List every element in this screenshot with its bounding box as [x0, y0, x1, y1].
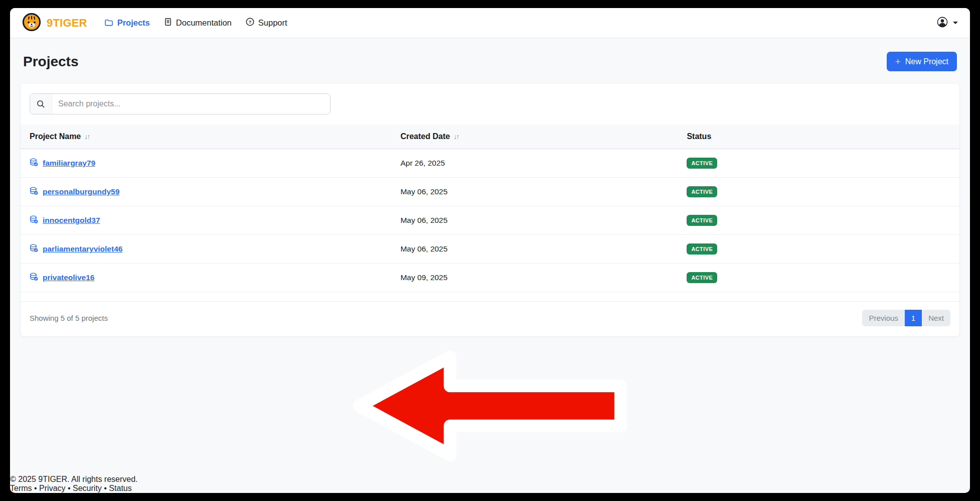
- nav-links: Projects Documentation ?: [104, 18, 287, 28]
- nav-item-projects[interactable]: Projects: [104, 18, 150, 28]
- folder-icon: [104, 18, 113, 28]
- sort-icon[interactable]: ↓↑: [453, 133, 458, 141]
- search-icon: [30, 94, 52, 114]
- search-input[interactable]: [52, 94, 330, 114]
- footer-link-terms[interactable]: Terms: [10, 484, 32, 492]
- nav-item-label: Documentation: [176, 18, 232, 28]
- project-link[interactable]: parliamentaryviolet46: [43, 244, 122, 254]
- table-row: personalburgundy59 May 06, 2025 ACTIVE: [21, 178, 959, 206]
- created-date-cell: May 06, 2025: [391, 178, 678, 206]
- projects-table: Project Name↓↑ Created Date↓↑ Status fam…: [21, 124, 959, 292]
- database-check-icon: [30, 158, 38, 169]
- nav-item-label: Projects: [117, 18, 150, 28]
- project-link[interactable]: innocentgold37: [43, 216, 100, 225]
- card-footer: Showing 5 of 5 projects Previous 1 Next: [21, 301, 959, 328]
- nav-item-support[interactable]: ? Support: [246, 18, 287, 28]
- page-title: Projects: [23, 54, 79, 70]
- created-date-cell: Apr 26, 2025: [391, 149, 678, 178]
- status-badge: ACTIVE: [687, 243, 717, 255]
- annotation-arrow-icon: [10, 337, 970, 475]
- project-link[interactable]: personalburgundy59: [43, 187, 119, 196]
- column-label: Created Date: [400, 132, 450, 141]
- plus-icon: +: [895, 57, 901, 66]
- site-footer: © 2025 9TIGER. All rights reserved. Term…: [10, 475, 970, 493]
- sort-icon[interactable]: ↓↑: [84, 133, 89, 141]
- created-date-cell: May 06, 2025: [391, 235, 678, 264]
- brand[interactable]: 9TIGER: [22, 13, 87, 34]
- status-badge: ACTIVE: [687, 186, 717, 197]
- table-row: innocentgold37 May 06, 2025 ACTIVE: [21, 206, 959, 235]
- database-check-icon: [30, 273, 38, 283]
- pagination-previous[interactable]: Previous: [862, 310, 904, 326]
- status-badge: ACTIVE: [687, 215, 717, 226]
- database-check-icon: [30, 215, 38, 226]
- footer-links: Terms • Privacy • Security • Status: [10, 484, 970, 493]
- table-row: parliamentaryviolet46 May 06, 2025 ACTIV…: [21, 235, 959, 264]
- nav-item-label: Support: [258, 18, 287, 28]
- project-link[interactable]: familiargray79: [43, 159, 95, 168]
- copyright-text: © 2025 9TIGER. All rights reserved.: [10, 475, 138, 483]
- separator-dot: •: [34, 484, 37, 492]
- table-row: privateolive16 May 09, 2025 ACTIVE: [21, 264, 959, 292]
- user-menu[interactable]: [936, 16, 958, 30]
- tiger-logo-icon: [22, 13, 41, 34]
- footer-link-security[interactable]: Security: [73, 484, 102, 492]
- pagination-page-1[interactable]: 1: [905, 310, 922, 326]
- footer-link-privacy[interactable]: Privacy: [39, 484, 65, 492]
- column-label: Project Name: [30, 132, 81, 141]
- column-header-project-name[interactable]: Project Name↓↑: [21, 124, 391, 149]
- table-row: familiargray79 Apr 26, 2025 ACTIVE: [21, 149, 959, 178]
- table-header-row: Project Name↓↑ Created Date↓↑ Status: [21, 124, 959, 149]
- person-circle-icon: [936, 16, 948, 30]
- pagination: Previous 1 Next: [862, 310, 950, 326]
- chevron-down-icon: [953, 22, 958, 24]
- page-header: Projects + New Project: [10, 38, 970, 83]
- new-project-label: New Project: [905, 57, 948, 66]
- app-window: 9TIGER Projects Documentation: [10, 8, 970, 493]
- footer-link-status[interactable]: Status: [109, 484, 131, 492]
- document-icon: [164, 18, 172, 28]
- database-check-icon: [30, 244, 38, 255]
- nav-item-documentation[interactable]: Documentation: [164, 18, 232, 28]
- svg-text:?: ?: [248, 19, 251, 25]
- created-date-cell: May 06, 2025: [391, 206, 678, 235]
- new-project-button[interactable]: + New Project: [887, 52, 957, 71]
- brand-name: 9TIGER: [47, 17, 87, 30]
- column-header-status: Status: [678, 124, 959, 149]
- separator-dot: •: [104, 484, 107, 492]
- database-check-icon: [30, 187, 38, 197]
- created-date-cell: May 09, 2025: [391, 264, 678, 292]
- status-badge: ACTIVE: [687, 158, 717, 169]
- separator-dot: •: [68, 484, 71, 492]
- pagination-next[interactable]: Next: [922, 310, 950, 326]
- results-summary: Showing 5 of 5 projects: [30, 314, 108, 322]
- top-navbar: 9TIGER Projects Documentation: [10, 8, 970, 38]
- status-badge: ACTIVE: [687, 272, 717, 283]
- column-header-created-date[interactable]: Created Date↓↑: [391, 124, 678, 149]
- projects-card: Project Name↓↑ Created Date↓↑ Status fam…: [20, 83, 960, 337]
- project-link[interactable]: privateolive16: [43, 273, 94, 282]
- question-circle-icon: ?: [246, 18, 254, 28]
- column-label: Status: [687, 132, 711, 141]
- search-box: [30, 93, 331, 114]
